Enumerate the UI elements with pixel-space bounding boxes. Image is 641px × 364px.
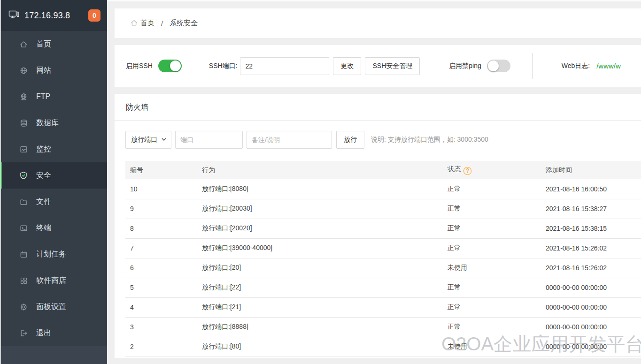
firewall-panel: 防火墙 放行端口 放行 说明: 支持放行端口范围，如: 3000:3500 编号 [115, 94, 641, 358]
ssh-port-label: SSH端口: [209, 62, 238, 70]
sidebar-item-label: 文件 [36, 197, 51, 207]
weblog-label: Web日志: [562, 62, 590, 70]
table-row[interactable]: 3 放行端口:[8888] 正常 0000-00-00 00:00:00 [125, 317, 641, 337]
sidebar-item-appstore[interactable]: 软件商店 [0, 267, 107, 294]
table-row[interactable]: 7 放行端口:[39000-40000] 正常 2021-08-16 15:26… [125, 238, 641, 258]
breadcrumb-home-link[interactable]: 首页 [130, 19, 154, 28]
firewall-add-form: 放行端口 放行 说明: 支持放行端口范围，如: 3000:3500 [115, 121, 641, 161]
sidebar-item-label: 退出 [36, 328, 51, 338]
sidebar-item-ftp[interactable]: FTP [0, 83, 107, 110]
allow-port-button[interactable]: 放行 [336, 131, 364, 149]
sidebar-item-files[interactable]: 文件 [0, 189, 107, 215]
header-status-label: 状态 [448, 165, 461, 173]
sidebar-item-label: 首页 [36, 39, 51, 49]
home-icon [19, 39, 28, 49]
cell-id: 7 [125, 238, 197, 258]
header-action: 行为 [197, 161, 443, 179]
sidebar-item-monitor[interactable]: 监控 [0, 136, 107, 162]
toggle-knob [488, 61, 499, 71]
terminal-icon [19, 223, 28, 233]
cell-action: 放行端口:[21] [197, 297, 443, 317]
cell-time: 2021-08-16 15:38:27 [541, 199, 641, 219]
rule-type-value: 放行端口 [131, 136, 157, 144]
cell-time: 2021-08-16 16:00:50 [541, 179, 641, 199]
ftp-icon [19, 92, 28, 101]
sidebar: 172.16.93.8 0 首页 网站 FTP [0, 0, 107, 364]
globe-icon [19, 66, 28, 75]
cell-status: 正常 [443, 317, 541, 337]
cell-id: 4 [125, 297, 197, 317]
firewall-title: 防火墙 [115, 94, 641, 121]
table-row[interactable]: 4 放行端口:[21] 正常 0000-00-00 00:00:00 [125, 297, 641, 317]
ssh-port-input[interactable] [240, 57, 329, 75]
ping-toggle[interactable] [487, 60, 510, 72]
ssh-security-manage-button[interactable]: SSH安全管理 [365, 57, 420, 75]
header-id: 编号 [125, 161, 197, 179]
sidebar-item-cron[interactable]: 计划任务 [0, 241, 107, 267]
table-row[interactable]: 5 放行端口:[22] 正常 0000-00-00 00:00:00 [125, 278, 641, 297]
ssh-toggle[interactable] [158, 60, 182, 72]
breadcrumb-home-label: 首页 [140, 19, 154, 28]
main-content: 首页 / 系统安全 启用SSH SSH端口: 更改 SSH安全管理 启用禁pin… [107, 0, 641, 364]
sidebar-item-website[interactable]: 网站 [0, 57, 107, 83]
cell-id: 8 [125, 219, 197, 238]
table-row[interactable]: 2 放行端口:[80] 未使用 0000-00-00 00:00:00 [125, 337, 641, 356]
breadcrumb-separator: / [161, 19, 163, 27]
shield-icon [19, 171, 28, 180]
cell-time: 0000-00-00 00:00:00 [541, 297, 641, 317]
server-monitor-icon [8, 9, 20, 22]
cell-status: 未使用 [443, 258, 541, 278]
cell-time: 2021-08-16 15:26:02 [541, 258, 641, 278]
cell-id: 2 [125, 337, 197, 356]
cell-action: 放行端口:[20030] [197, 199, 443, 219]
table-row[interactable]: 8 放行端口:[20020] 正常 2021-08-16 15:38:15 [125, 219, 641, 238]
cell-time: 2021-08-16 15:38:15 [541, 219, 641, 238]
header-time: 添加时间 [541, 161, 641, 179]
folder-icon [19, 197, 28, 206]
app-window: 172.16.93.8 0 首页 网站 FTP [0, 0, 641, 364]
sidebar-item-label: 面板设置 [36, 302, 66, 312]
cell-action: 放行端口:[22] [197, 278, 443, 297]
table-row[interactable]: 6 放行端口:[20] 未使用 2021-08-16 15:26:02 [125, 258, 641, 278]
cell-action: 放行端口:[8080] [197, 179, 443, 199]
cell-status: 未使用 [443, 337, 541, 356]
sidebar-item-label: 计划任务 [36, 250, 66, 259]
sidebar-menu: 首页 网站 FTP 数据库 [0, 31, 107, 346]
cell-status: 正常 [443, 278, 541, 297]
weblog-path-link[interactable]: /www/w [596, 62, 621, 70]
sidebar-item-settings[interactable]: 面板设置 [0, 294, 107, 320]
sidebar-item-logout[interactable]: 退出 [0, 320, 107, 346]
port-input[interactable] [175, 131, 243, 149]
divider [532, 53, 533, 79]
logout-icon [19, 328, 28, 338]
sidebar-item-home[interactable]: 首页 [0, 31, 107, 57]
server-info[interactable]: 172.16.93.8 0 [0, 0, 107, 31]
sidebar-item-label: 软件商店 [36, 276, 66, 286]
monitor-icon [19, 144, 28, 154]
toggle-knob [170, 61, 181, 71]
sidebar-item-terminal[interactable]: 终端 [0, 215, 107, 241]
cell-action: 放行端口:[39000-40000] [197, 238, 443, 258]
sidebar-item-label: 监控 [36, 144, 51, 154]
sidebar-item-database[interactable]: 数据库 [0, 110, 107, 136]
sidebar-footer [0, 346, 107, 364]
message-count-badge[interactable]: 0 [88, 9, 100, 22]
port-range-hint: 说明: 支持放行端口范围，如: 3000:3500 [371, 136, 488, 144]
cell-time: 2021-08-16 15:26:02 [541, 238, 641, 258]
cell-action: 放行端口:[20020] [197, 219, 443, 238]
table-row[interactable]: 10 放行端口:[8080] 正常 2021-08-16 16:00:50 [125, 179, 641, 199]
cell-action: 放行端口:[20] [197, 258, 443, 278]
change-port-button[interactable]: 更改 [333, 57, 361, 75]
cell-status: 正常 [443, 297, 541, 317]
breadcrumb: 首页 / 系统安全 [115, 8, 641, 38]
sidebar-item-label: 安全 [36, 171, 51, 181]
calendar-icon [19, 250, 28, 259]
table-header-row: 编号 行为 状态? 添加时间 [125, 161, 641, 179]
status-help-icon[interactable]: ? [463, 167, 471, 175]
database-icon [19, 118, 28, 128]
table-row[interactable]: 9 放行端口:[20030] 正常 2021-08-16 15:38:27 [125, 199, 641, 219]
cell-action: 放行端口:[8888] [197, 317, 443, 337]
sidebar-item-security[interactable]: 安全 [0, 162, 107, 189]
note-input[interactable] [247, 131, 332, 149]
rule-type-select[interactable]: 放行端口 [125, 131, 171, 149]
